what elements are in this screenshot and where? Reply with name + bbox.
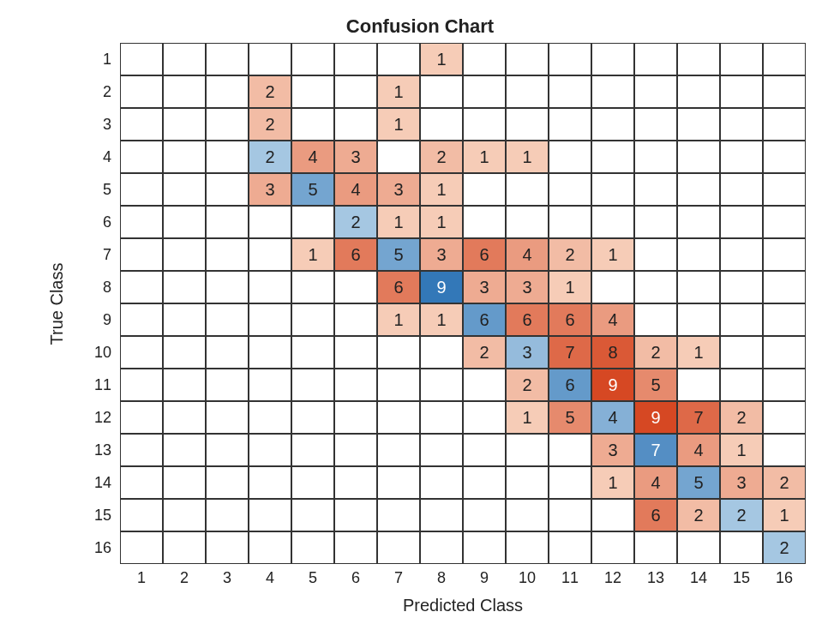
- heatmap-cell: [334, 43, 377, 75]
- heatmap-cell: 5: [549, 401, 591, 434]
- heatmap-cell: [677, 75, 720, 108]
- x-tick-label: 5: [291, 569, 334, 587]
- heatmap-cell: 2: [763, 466, 806, 499]
- y-tick-label: 5: [86, 173, 111, 206]
- heatmap-cell: 3: [249, 173, 291, 206]
- heatmap-cell: [677, 531, 720, 564]
- chart-title: Confusion Chart: [0, 15, 840, 38]
- heatmap-cell: 3: [506, 271, 549, 303]
- heatmap-cell: [120, 466, 163, 499]
- heatmap-cell: [120, 434, 163, 466]
- heatmap-cell: 7: [677, 401, 720, 434]
- heatmap-cell: [720, 336, 763, 369]
- y-tick-label: 15: [86, 499, 111, 531]
- heatmap-cell: [677, 141, 720, 173]
- heatmap-cell: [377, 336, 420, 369]
- heatmap-cell: 1: [720, 434, 763, 466]
- x-axis-label: Predicted Class: [120, 596, 806, 615]
- heatmap-cell: [206, 173, 249, 206]
- heatmap-cell: 3: [591, 434, 634, 466]
- heatmap-cell: [677, 108, 720, 141]
- heatmap-cell: [463, 466, 506, 499]
- heatmap-cell: [720, 531, 763, 564]
- heatmap-cell: 4: [291, 141, 334, 173]
- heatmap-cell: [420, 336, 463, 369]
- heatmap-cell: [120, 369, 163, 401]
- heatmap-cell: [463, 206, 506, 238]
- heatmap-cell: [549, 141, 591, 173]
- heatmap-cell: [463, 173, 506, 206]
- heatmap-cell: [120, 206, 163, 238]
- heatmap-cell: [506, 108, 549, 141]
- heatmap-cell: [549, 499, 591, 531]
- heatmap-cell: [291, 336, 334, 369]
- heatmap-cell: [120, 173, 163, 206]
- heatmap-cell: [634, 173, 677, 206]
- heatmap-cell: [634, 75, 677, 108]
- heatmap-cell: [463, 531, 506, 564]
- heatmap-cell: [420, 434, 463, 466]
- heatmap-cell: 5: [377, 238, 420, 271]
- x-tick-label: 8: [420, 569, 463, 587]
- heatmap-cell: 6: [463, 238, 506, 271]
- heatmap-cell: [163, 75, 206, 108]
- heatmap-cell: [291, 43, 334, 75]
- heatmap-cell: [377, 434, 420, 466]
- heatmap-cell: [463, 369, 506, 401]
- heatmap-cell: 3: [720, 466, 763, 499]
- heatmap-cell: 6: [377, 271, 420, 303]
- heatmap-cell: [163, 434, 206, 466]
- heatmap-cell: 1: [420, 43, 463, 75]
- heatmap-cell: [377, 466, 420, 499]
- heatmap-cell: [163, 336, 206, 369]
- heatmap-cell: [377, 43, 420, 75]
- heatmap-cell: [206, 531, 249, 564]
- x-tick-label: 7: [377, 569, 420, 587]
- heatmap-cell: [249, 303, 291, 336]
- heatmap-cell: [163, 141, 206, 173]
- heatmap-cell: [163, 531, 206, 564]
- heatmap-cell: [120, 499, 163, 531]
- heatmap-cell: [291, 369, 334, 401]
- heatmap-cell: [334, 336, 377, 369]
- heatmap-cell: [120, 75, 163, 108]
- heatmap-cell: 1: [377, 108, 420, 141]
- heatmap-cell: 1: [377, 75, 420, 108]
- heatmap-cell: [377, 499, 420, 531]
- y-tick-label: 1: [86, 43, 111, 75]
- heatmap-cell: [334, 303, 377, 336]
- heatmap-cell: [206, 75, 249, 108]
- heatmap-cell: [463, 108, 506, 141]
- heatmap-grid: 1212124321135431211165364216933111666423…: [120, 43, 806, 564]
- x-tick-label: 16: [763, 569, 806, 587]
- heatmap-cell: [249, 499, 291, 531]
- heatmap-cell: 6: [634, 499, 677, 531]
- heatmap-cell: [334, 108, 377, 141]
- heatmap-cell: [206, 434, 249, 466]
- heatmap-cell: [163, 206, 206, 238]
- x-tick-label: 3: [206, 569, 249, 587]
- heatmap-cell: [120, 303, 163, 336]
- heatmap-cell: [677, 43, 720, 75]
- x-tick-label: 14: [677, 569, 720, 587]
- heatmap-cell: [763, 369, 806, 401]
- heatmap-cell: 9: [591, 369, 634, 401]
- heatmap-cell: 2: [249, 75, 291, 108]
- heatmap-cell: 1: [763, 499, 806, 531]
- heatmap-cell: [720, 43, 763, 75]
- heatmap-cell: [634, 271, 677, 303]
- heatmap-cell: [334, 531, 377, 564]
- heatmap-cell: [677, 369, 720, 401]
- heatmap-cell: [206, 141, 249, 173]
- heatmap-cell: [206, 271, 249, 303]
- heatmap-cell: [206, 499, 249, 531]
- heatmap-cell: [249, 206, 291, 238]
- heatmap-cell: [463, 401, 506, 434]
- heatmap-cell: [506, 173, 549, 206]
- heatmap-cell: 2: [334, 206, 377, 238]
- heatmap-cell: [334, 75, 377, 108]
- heatmap-cell: 4: [591, 303, 634, 336]
- heatmap-cell: 1: [506, 401, 549, 434]
- heatmap-cell: 6: [549, 369, 591, 401]
- heatmap-cell: [591, 206, 634, 238]
